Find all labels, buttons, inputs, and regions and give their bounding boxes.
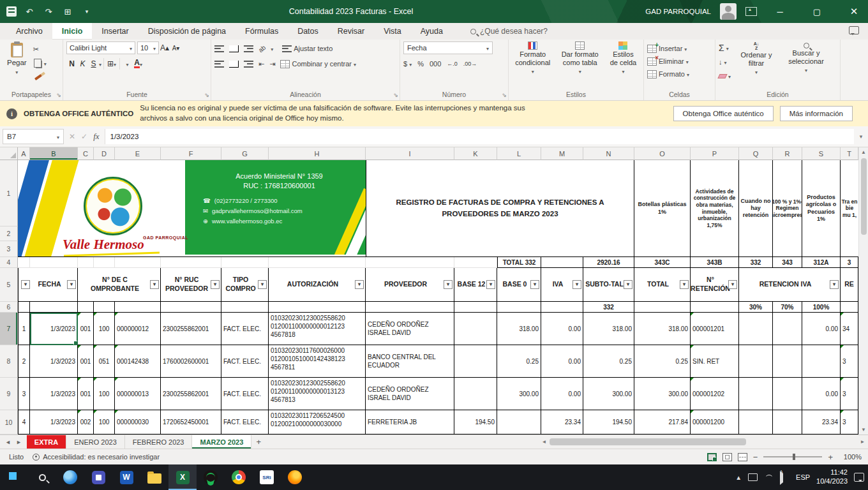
- cell[interactable]: FACT. ELEC.: [221, 313, 269, 345]
- column-header[interactable]: O: [634, 147, 691, 160]
- sheet-tab-enero[interactable]: ENERO 2023: [66, 435, 125, 449]
- borders-button[interactable]: ⊞: [106, 57, 117, 70]
- row-header[interactable]: 6: [0, 302, 18, 313]
- bold-button[interactable]: N: [66, 57, 77, 70]
- comments-icon[interactable]: [849, 26, 859, 34]
- cell[interactable]: [221, 257, 269, 268]
- cell[interactable]: 300.00: [583, 378, 634, 410]
- maximize-button[interactable]: ▢: [803, 0, 831, 23]
- cut-button[interactable]: ✂: [33, 43, 47, 55]
- column-header[interactable]: C: [78, 147, 94, 160]
- cell[interactable]: [18, 257, 30, 268]
- tab-archivo[interactable]: Archivo: [6, 23, 52, 40]
- align-left-icon[interactable]: [214, 61, 224, 68]
- cell[interactable]: 000001202: [691, 378, 739, 410]
- tab-insertar[interactable]: Insertar: [92, 23, 138, 40]
- zoom-level[interactable]: 100%: [839, 453, 862, 461]
- more-info-button[interactable]: Más información: [780, 106, 853, 121]
- cell[interactable]: FACT. ELEC.: [221, 378, 269, 410]
- get-office-button[interactable]: Obtenga Office auténtico: [673, 106, 774, 121]
- cell[interactable]: [691, 302, 739, 313]
- cell[interactable]: [773, 313, 802, 345]
- scroll-down-icon[interactable]: ▼: [859, 425, 868, 434]
- cell[interactable]: Actividades de construcción de obra mate…: [691, 160, 739, 256]
- taskbar-clock[interactable]: 11:42 10/4/2023: [816, 468, 848, 486]
- cell[interactable]: 000001201: [691, 313, 739, 345]
- minimize-button[interactable]: ─: [766, 0, 794, 23]
- clear-button[interactable]: [719, 70, 731, 82]
- dialog-launcher-icon[interactable]: ⇘: [502, 92, 507, 98]
- tab-inicio[interactable]: Inicio: [52, 23, 93, 40]
- cell[interactable]: [30, 302, 78, 313]
- scroll-right-icon[interactable]: ►: [858, 439, 867, 445]
- avatar[interactable]: [720, 3, 737, 20]
- cell[interactable]: 30%: [739, 302, 773, 313]
- cell[interactable]: FECHA: [30, 268, 78, 302]
- cell[interactable]: 343C: [634, 257, 691, 268]
- align-top-icon[interactable]: [214, 45, 224, 52]
- cell[interactable]: 100: [94, 410, 115, 434]
- cell[interactable]: 332: [739, 257, 773, 268]
- new-sheet-icon[interactable]: +: [251, 435, 266, 449]
- cell[interactable]: 000000012: [115, 313, 161, 345]
- cell[interactable]: [161, 257, 221, 268]
- cell[interactable]: 3: [841, 410, 858, 434]
- cell[interactable]: [161, 302, 221, 313]
- cell[interactable]: [454, 345, 497, 378]
- row-header[interactable]: 1: [0, 160, 18, 226]
- cell[interactable]: 318.00: [583, 313, 634, 345]
- row-header-selected[interactable]: 7: [0, 313, 18, 345]
- fill-button[interactable]: ↓: [719, 56, 731, 68]
- cell[interactable]: Botellas plásticas 1%: [634, 160, 691, 256]
- page-break-view-icon[interactable]: [738, 453, 747, 461]
- comma-format-button[interactable]: 000: [430, 58, 441, 70]
- cell[interactable]: 1/3/2023: [30, 345, 78, 378]
- row-header[interactable]: 4: [0, 257, 18, 268]
- cell[interactable]: 23.34: [541, 410, 583, 434]
- sheet-tab-marzo-active[interactable]: MARZO 2023: [192, 435, 251, 449]
- cell[interactable]: [115, 257, 161, 268]
- row-header[interactable]: 2: [0, 226, 18, 241]
- filter-icon[interactable]: [530, 280, 539, 289]
- notifications-icon[interactable]: [854, 473, 864, 482]
- cell[interactable]: 34: [841, 313, 858, 345]
- cell[interactable]: 0.00: [802, 378, 841, 410]
- wrap-text-button[interactable]: Ajustar texto: [282, 43, 333, 54]
- percent-format-button[interactable]: %: [417, 58, 424, 70]
- sheet-nav-left-icon[interactable]: ◄: [5, 439, 11, 445]
- cell[interactable]: [18, 268, 31, 302]
- keyboard-language[interactable]: ESP: [796, 473, 810, 481]
- cell[interactable]: 001: [78, 345, 94, 378]
- display-tray-icon[interactable]: [748, 473, 758, 481]
- taskbar-spotify[interactable]: [197, 464, 225, 490]
- filter-icon[interactable]: [150, 280, 159, 289]
- cell[interactable]: BASE 12: [454, 268, 497, 302]
- cell[interactable]: 194.50: [583, 410, 634, 434]
- cell[interactable]: 001: [78, 313, 94, 345]
- cell[interactable]: 0.25: [583, 345, 634, 378]
- column-header[interactable]: K: [454, 147, 497, 160]
- taskbar-firefox[interactable]: [281, 464, 309, 490]
- cell[interactable]: 343: [773, 257, 802, 268]
- cell[interactable]: 000000013: [115, 378, 161, 410]
- cell[interactable]: 194.50: [454, 410, 497, 434]
- font-color-button[interactable]: A: [133, 57, 144, 70]
- cell[interactable]: 312A: [802, 257, 841, 268]
- cell[interactable]: [773, 410, 802, 434]
- column-header[interactable]: A: [18, 147, 30, 160]
- selected-cell[interactable]: 1/3/2023: [30, 313, 78, 345]
- scrollbar-thumb[interactable]: [550, 438, 746, 445]
- confirm-entry-icon[interactable]: ✓: [81, 132, 87, 141]
- column-header[interactable]: E: [115, 147, 161, 160]
- cell[interactable]: 0.25: [497, 345, 541, 378]
- excel-logo-icon[interactable]: [6, 6, 17, 17]
- cell[interactable]: 1/3/2023: [30, 410, 78, 434]
- cell[interactable]: 2300255862001: [161, 378, 221, 410]
- normal-view-icon[interactable]: [707, 453, 717, 461]
- format-cells-button[interactable]: Formato: [647, 68, 689, 80]
- scrollbar-thumb[interactable]: [861, 158, 867, 235]
- sheet-nav-right-icon[interactable]: ►: [16, 439, 22, 445]
- hidden-icons-chevron-icon[interactable]: ▲: [735, 474, 742, 481]
- cell[interactable]: 010320230117206524500 012002100000000300…: [269, 410, 366, 434]
- horizontal-scrollbar[interactable]: ◄ ►: [539, 435, 868, 449]
